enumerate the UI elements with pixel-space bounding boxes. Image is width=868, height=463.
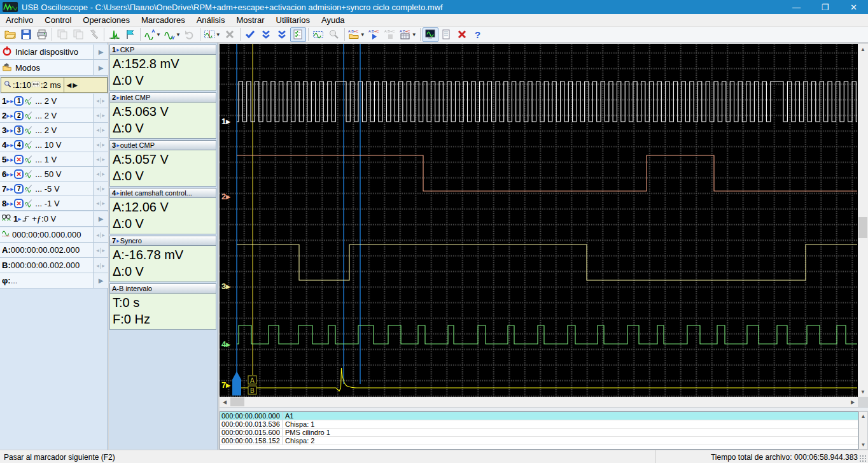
start-device-expand[interactable]: ▶ (93, 45, 108, 59)
channel-disabled-icon[interactable]: ✕ (14, 169, 24, 179)
time-per-div-value[interactable]: :2 ms (41, 80, 61, 90)
phase-value[interactable]: ... (11, 276, 18, 285)
close-file-button[interactable] (454, 27, 470, 42)
menu-item-ayuda[interactable]: Ayuda (316, 14, 351, 26)
channel-adjust-buttons[interactable]: ◂|▸ (96, 141, 105, 148)
channel-badge[interactable]: 1 (14, 96, 24, 106)
channel-range-value[interactable]: ... 2 V (35, 125, 57, 135)
channel-row-4[interactable]: 4▸▸4... 10 V◂|▸ (0, 138, 108, 152)
channel-range-value[interactable]: ... 1 V (35, 155, 57, 164)
menu-item-control[interactable]: Control (39, 14, 77, 26)
scope-channel-label-1[interactable]: 1▸ (221, 117, 230, 126)
channel-row-1[interactable]: 1▸▸1... 2 V◂|▸ (0, 94, 108, 108)
menu-item-archivo[interactable]: Archivo (0, 14, 39, 26)
channel-badge[interactable]: 7 (14, 184, 24, 194)
channel-row-5[interactable]: 5▸▸✕... 1 V◂|▸ (0, 152, 108, 167)
panel-header[interactable]: 3▸outlet CMP (109, 140, 216, 150)
marker-list-row[interactable]: 000:00:00.013.536Chispa: 1 (220, 420, 858, 429)
panel-header[interactable]: 4▸inlet camshaft control... (109, 188, 216, 198)
trigger-expand[interactable]: ▶ (93, 211, 108, 226)
channel-disabled-icon[interactable]: ✕ (14, 199, 24, 208)
zoom-scale-value[interactable]: :1:10 (13, 80, 31, 90)
help-button[interactable]: ? (470, 27, 486, 42)
channel-badge[interactable]: 3 (14, 125, 24, 135)
panel-header[interactable]: A-B intervalo (109, 283, 216, 294)
marker-b-value[interactable]: 000:00:00.002.000 (11, 260, 80, 270)
phase-expand[interactable]: ▶ (93, 273, 108, 288)
show-report-button[interactable] (438, 27, 454, 42)
script-config-button[interactable]: A:B+C▼ (398, 27, 418, 42)
measurement-panel-outlet-cmp[interactable]: 3▸outlet CMPA:5.057 VΔ:0 V (109, 140, 216, 187)
panel-header[interactable]: 1▸CKP (109, 45, 216, 55)
dropdown-arrow-icon[interactable]: ▼ (216, 32, 221, 38)
marker-list-row[interactable]: 000:00:00.000.000A1 (220, 412, 858, 420)
channel-range-value[interactable]: ... 2 V (35, 111, 57, 120)
marker-b-adjust-buttons[interactable]: ◂|▸ (96, 262, 105, 269)
trigger-row[interactable]: 1▸+ƒ:0 V▶ (0, 211, 108, 227)
channel-adjust-buttons[interactable]: ◂|▸ (96, 112, 105, 118)
marker-scroll-up-icon[interactable]: ▲ (859, 412, 867, 420)
vertical-scroll-thumb[interactable] (858, 217, 867, 238)
marker-scroll-down-icon[interactable]: ▼ (859, 441, 867, 449)
zoom-control-row[interactable]: :1:10:2 ms◀▶ (1, 77, 108, 93)
scope-channel-label-2[interactable]: 2▸ (221, 192, 230, 201)
accept-button[interactable] (242, 27, 258, 42)
scope-channel-label-3[interactable]: 3▸ (221, 281, 230, 291)
measurement-panel-inlet-camshaft-control[interactable]: 4▸inlet camshaft control...A:12.06 VΔ:0 … (109, 188, 216, 234)
channel-row-7[interactable]: 7▸▸7... -5 V◂|▸ (0, 182, 108, 196)
scope-channel-label-7[interactable]: 7▸ (221, 380, 230, 390)
save-file-button[interactable] (18, 27, 34, 42)
marker-a-value[interactable]: 000:00:00.002.000 (11, 245, 80, 255)
signal-raise-button[interactable]: ▼ (143, 27, 162, 42)
accept-all-button[interactable] (274, 27, 290, 42)
measurement-panel-inlet-cmp[interactable]: 2▸inlet CMPA:5.063 VΔ:0 V (109, 92, 216, 139)
channel-adjust-buttons[interactable]: ◂|▸ (96, 156, 105, 162)
marker-a-row[interactable]: A:000:00:00.002.000◂|▸ (0, 243, 108, 258)
scope-channel-label-4[interactable]: 4▸ (221, 339, 230, 349)
script-run-button[interactable]: A:B+C (367, 27, 382, 42)
marker-list-row[interactable]: 000:00:00.158.152Chispa: 2 (220, 437, 858, 445)
menu-item-marcadores[interactable]: Marcadores (136, 14, 191, 26)
channel-disabled-icon[interactable]: ✕ (14, 155, 24, 164)
dropdown-arrow-icon[interactable]: ▼ (176, 32, 181, 38)
channel-badge[interactable]: 4 (14, 140, 24, 150)
oscillogram-display[interactable]: AB1▸2▸3▸4▸7▸ (220, 44, 858, 397)
measurement-panel-syncro[interactable]: 7▸SyncroA:-16.78 mVΔ:0 V (109, 236, 216, 282)
channel-adjust-buttons[interactable]: ◂|▸ (96, 127, 105, 133)
accept-next-button[interactable] (258, 27, 274, 42)
marker-list-scrollbar[interactable]: ▲ ▼ (858, 411, 868, 450)
menu-item-anlisis[interactable]: Análisis (191, 14, 231, 26)
channel-range-value[interactable]: ... -5 V (35, 184, 59, 194)
modes-row[interactable]: Modos▶ (0, 60, 108, 76)
show-oscillogram-button[interactable] (423, 27, 438, 42)
signal-lower-button[interactable]: ▼ (162, 27, 182, 42)
dropdown-arrow-icon[interactable]: ▼ (156, 32, 161, 38)
modes-expand[interactable]: ▶ (93, 60, 108, 75)
channel-range-value[interactable]: ... -1 V (35, 199, 59, 208)
dropdown-arrow-icon[interactable]: ▼ (412, 32, 417, 38)
script-list-button[interactable] (290, 27, 306, 42)
resize-grip[interactable] (859, 455, 867, 462)
channel-row-2[interactable]: 2▸▸2... 2 V◂|▸ (0, 108, 108, 123)
script-open-button[interactable]: A:B+C▼ (347, 27, 367, 42)
channel-adjust-buttons[interactable]: ◂|▸ (96, 171, 105, 177)
marker-list-row[interactable]: 000:00:00.015.600PMS cilindro 1 (220, 429, 858, 437)
zoom-out-button[interactable]: ◀ (67, 82, 72, 89)
channel-range-value[interactable]: ... 2 V (35, 96, 57, 106)
dropdown-arrow-icon[interactable]: ▼ (360, 32, 365, 38)
phase-row[interactable]: φ:...▶ (0, 273, 108, 288)
channel-row-6[interactable]: 6▸▸✕... 50 V◂|▸ (0, 167, 108, 182)
scope-horizontal-scrollbar[interactable]: ◀ ▶ (220, 397, 858, 407)
file-position-value[interactable]: 000:00:00.000.000 (12, 230, 81, 239)
select-fragment-button[interactable] (311, 27, 326, 42)
marker-list[interactable]: 000:00:00.000.000A1000:00:00.013.536Chis… (220, 411, 858, 450)
channel-range-value[interactable]: ... 10 V (35, 140, 61, 150)
menu-item-utilitarios[interactable]: Utilitarios (270, 14, 316, 26)
trigger-level-value[interactable]: +ƒ:0 V (32, 214, 56, 224)
position-row[interactable]: 000:00:00.000.000◂|▸ (0, 227, 108, 243)
panel-header[interactable]: 7▸Syncro (109, 236, 216, 246)
channel-adjust-buttons[interactable]: ◂|▸ (96, 185, 105, 192)
menu-item-operaciones[interactable]: Operaciones (77, 14, 136, 26)
minimize-button[interactable]: — (782, 0, 811, 14)
panel-header[interactable]: 2▸inlet CMP (109, 92, 216, 103)
